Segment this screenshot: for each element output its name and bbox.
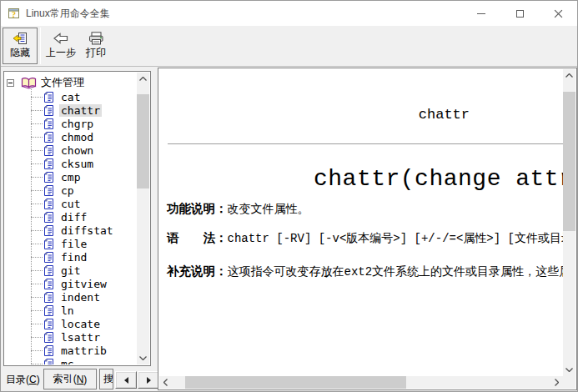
section-text: 改变文件属性。 — [228, 203, 309, 216]
tree-item[interactable]: mattrib — [5, 344, 137, 357]
section-text: 这项指令可改变存放在ext2文件系统上的文件或目录属性，这些属性共 — [228, 265, 564, 279]
print-button[interactable]: 打印 — [78, 28, 113, 64]
print-button-label: 打印 — [86, 46, 106, 60]
tree-item-label: diff — [59, 211, 88, 224]
tree-item-label: locate — [59, 318, 102, 330]
tree-item[interactable]: chown — [5, 143, 137, 157]
tree-item-label: cp — [59, 184, 76, 197]
content-scroll-right-icon[interactable] — [550, 376, 563, 389]
doc-title: chattr(change attr — [314, 166, 563, 192]
maximize-icon — [516, 10, 524, 18]
tree-item[interactable]: ln — [5, 304, 137, 317]
tree-item[interactable]: cut — [5, 197, 137, 210]
tree-scroll-up-icon[interactable] — [137, 73, 149, 85]
tree-item[interactable]: chattr — [5, 103, 137, 117]
hide-button[interactable]: 隐藏 — [3, 28, 38, 64]
tree-item-label: cat — [59, 91, 82, 103]
tree-item-label: cut — [59, 198, 82, 210]
document-page-icon — [43, 331, 54, 344]
back-button[interactable]: 上一步 — [43, 28, 78, 64]
document-page-icon — [43, 238, 54, 250]
tab-index[interactable]: 索引(N) — [43, 369, 97, 389]
content-scroll-up-icon[interactable] — [563, 69, 575, 82]
tree-scroll-thumb[interactable] — [137, 94, 149, 188]
close-icon — [554, 9, 563, 18]
document-page-icon — [43, 91, 54, 103]
tree-item[interactable]: find — [5, 250, 137, 264]
tree-item[interactable]: diff — [5, 210, 137, 224]
titlebar: ? Linux常用命令全集 — [1, 1, 577, 26]
tree-item-label: chgrp — [59, 118, 95, 130]
close-button[interactable] — [539, 1, 577, 26]
tree-item[interactable]: cksum — [5, 157, 137, 170]
document-page-icon — [43, 198, 54, 210]
section-label: 功能说明： — [167, 203, 228, 216]
doc-section: 语 法：chattr [-RV] [-v<版本编号>] [+/-/=<属性>] … — [167, 230, 563, 246]
document-page-icon — [43, 304, 54, 317]
toolbar: 隐藏 上一步 打印 — [1, 26, 577, 67]
svg-text:?: ? — [12, 10, 16, 19]
tree-item[interactable]: indent — [5, 290, 137, 304]
contents-tree: 文件管理 cat — [5, 73, 137, 364]
tree-item-label: indent — [59, 291, 102, 304]
print-icon — [88, 32, 104, 45]
help-viewer-window: ? Linux常用命令全集 隐藏 上 — [0, 0, 578, 392]
tree-item[interactable]: locate — [5, 317, 137, 330]
back-button-label: 上一步 — [46, 46, 76, 60]
tab-contents[interactable]: 目录(C) — [6, 372, 40, 387]
tree-item[interactable]: diffstat — [5, 224, 137, 237]
content-vertical-scrollbar[interactable] — [563, 69, 575, 376]
navigation-pane: 文件管理 cat — [3, 71, 151, 366]
tree-item-label: mc — [59, 358, 76, 365]
tree-item[interactable]: file — [5, 237, 137, 250]
document-page-icon — [43, 158, 54, 170]
doc-section: 补充说明：这项指令可改变存放在ext2文件系统上的文件或目录属性，这些属性共 — [167, 264, 563, 279]
section-text: chattr [-RV] [-v<版本编号>] [+/-/=<属性>] [文件或… — [228, 232, 564, 245]
content-hscroll-track[interactable] — [172, 376, 550, 389]
tree-item[interactable]: lsattr — [5, 330, 137, 344]
tab-search-clipped[interactable]: 搜 — [99, 369, 113, 389]
tree-item-label: cmp — [59, 171, 82, 183]
content-pane: chattr chattr(change attr 功能说明：改变文件属性。语 … — [158, 68, 577, 390]
maximize-button[interactable] — [500, 1, 539, 26]
horizontal-rule — [168, 143, 563, 144]
tree-item[interactable]: chgrp — [5, 117, 137, 130]
document-page-icon — [43, 184, 54, 197]
tree-item[interactable]: cp — [5, 183, 137, 197]
tab-scroll-left-button[interactable] — [115, 371, 137, 389]
tree-item[interactable]: cmp — [5, 170, 137, 183]
hide-button-label: 隐藏 — [10, 46, 30, 60]
content-scroll-left-icon[interactable] — [159, 376, 172, 389]
content-vscroll-track[interactable] — [563, 82, 575, 364]
document-page-icon — [43, 171, 54, 183]
pane-splitter[interactable] — [151, 68, 158, 391]
tree-item[interactable]: chmod — [5, 130, 137, 143]
tree-item-label: chown — [59, 144, 95, 157]
page-header: chattr — [159, 107, 470, 123]
content-hscroll-thumb[interactable] — [185, 376, 406, 389]
tree-root-item[interactable]: 文件管理 — [5, 75, 137, 90]
tree-scrollbar[interactable] — [137, 73, 149, 364]
help-app-icon: ? — [8, 7, 21, 20]
tree-item-label: chattr — [59, 104, 102, 117]
tree-item-label: gitview — [59, 278, 108, 290]
content-vscroll-thumb[interactable] — [563, 92, 575, 231]
content-horizontal-scrollbar[interactable] — [159, 376, 563, 389]
tree-item[interactable]: mc — [5, 357, 137, 364]
tree-scroll-track[interactable] — [137, 85, 149, 352]
tree-item[interactable]: gitview — [5, 277, 137, 290]
section-label: 补充说明： — [167, 265, 228, 279]
tree-scroll-down-icon[interactable] — [137, 352, 149, 364]
tree-item-label: git — [59, 264, 82, 277]
tree-item-label: chmod — [59, 131, 95, 143]
tree-item-label: mattrib — [59, 344, 108, 357]
tree-item-label: file — [59, 238, 88, 250]
tree-item[interactable]: git — [5, 264, 137, 277]
minimize-button[interactable] — [462, 1, 500, 26]
tree-item[interactable]: cat — [5, 90, 137, 103]
collapse-expander-icon[interactable] — [7, 79, 14, 87]
tree-item-label: find — [59, 251, 88, 264]
content-scroll-down-icon[interactable] — [563, 364, 575, 376]
tab-search-label: 搜 — [103, 372, 113, 386]
tab-scroll-right-button[interactable] — [138, 371, 159, 389]
